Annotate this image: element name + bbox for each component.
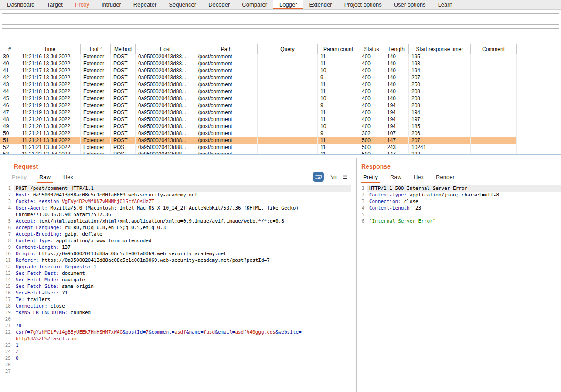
cell-path: /post/comment bbox=[195, 130, 258, 137]
column-header-start-response-timer[interactable]: Start response timer bbox=[409, 44, 471, 54]
column-header-time[interactable]: Time bbox=[19, 44, 81, 54]
request-tab-pretty[interactable]: Pretty bbox=[10, 174, 29, 183]
line-content: Connection: close bbox=[14, 303, 351, 309]
token: Connection: bbox=[16, 303, 48, 309]
cell-query bbox=[258, 130, 318, 137]
menu-item-proxy[interactable]: Proxy bbox=[69, 0, 95, 9]
menu-item-extender[interactable]: Extender bbox=[303, 0, 338, 9]
request-editor-lines: 1POST /post/comment HTTP/1.12Host: 0a950… bbox=[0, 185, 351, 375]
table-row-50[interactable]: 5011:21:21 13 Jul 2022ExtenderPOST0a9500… bbox=[0, 130, 517, 137]
cell-host: 0a9500020413d88... bbox=[136, 137, 195, 144]
table-row-44[interactable]: 4411:21:18 13 Jul 2022ExtenderPOST0a9500… bbox=[0, 88, 517, 95]
token: Z bbox=[16, 349, 19, 355]
request-title: Request bbox=[14, 163, 356, 170]
cell-comment bbox=[471, 74, 517, 81]
request-editor-toolbar: \n ≡ bbox=[313, 172, 347, 182]
line-number: 4 bbox=[357, 205, 367, 211]
menu-item-learn[interactable]: Learn bbox=[432, 0, 459, 9]
response-editor[interactable]: 1HTTP/1.1 500 Internal Server Error2Cont… bbox=[357, 184, 561, 390]
newline-icon[interactable]: \n bbox=[330, 174, 337, 180]
column-header-query[interactable]: Query bbox=[258, 44, 318, 54]
menu-item-comparer[interactable]: Comparer bbox=[236, 0, 273, 9]
table-row-52[interactable]: 5211:21:21 13 Jul 2022ExtenderPOST0a9500… bbox=[0, 144, 517, 151]
token: 7gYzhMCiFvi4gBEyUEEk7HmHSHM7xWAO bbox=[30, 329, 122, 335]
line-number: 12 bbox=[0, 264, 14, 270]
line-number: 1 bbox=[0, 185, 14, 192]
table-row-48[interactable]: 4811:21:20 13 Jul 2022ExtenderPOST0a9500… bbox=[0, 116, 517, 123]
response-tab-render[interactable]: Render bbox=[434, 174, 457, 183]
menu-item-target[interactable]: Target bbox=[41, 0, 69, 9]
column-header-method[interactable]: Method bbox=[111, 44, 136, 54]
cell-path: /post/comment bbox=[195, 123, 258, 130]
response-tab-hex[interactable]: Hex bbox=[411, 174, 426, 183]
table-row-43[interactable]: 4311:21:18 13 Jul 2022ExtenderPOST0a9500… bbox=[0, 81, 517, 88]
menu-item-decoder[interactable]: Decoder bbox=[202, 0, 236, 9]
token: Content-Length: bbox=[16, 244, 59, 250]
editor-menu-icon[interactable]: ≡ bbox=[343, 173, 347, 181]
capture-filter-bar[interactable]: Capture filter: Logger memory limit set … bbox=[2, 13, 559, 25]
view-filter-bar[interactable]: View filter: Showing all items bbox=[2, 28, 559, 40]
cell-query bbox=[258, 74, 318, 81]
menu-item-user-options[interactable]: User options bbox=[388, 0, 432, 9]
response-tab-pretty[interactable]: Pretty bbox=[361, 174, 380, 183]
cell-blank: 41 bbox=[0, 67, 19, 74]
column-header-tool[interactable]: Tool^ bbox=[81, 44, 111, 54]
column-label: Host bbox=[160, 46, 171, 52]
menu-item-repeater[interactable]: Repeater bbox=[127, 0, 163, 9]
token: Origin: bbox=[16, 251, 36, 257]
cell-start-response-timer: 197 bbox=[409, 116, 471, 123]
table-row-39[interactable]: 3911:21:16 13 Jul 2022ExtenderPOST0a9500… bbox=[0, 54, 517, 60]
request-tab-raw[interactable]: Raw bbox=[37, 174, 53, 183]
column-header-status[interactable]: Status bbox=[359, 44, 384, 54]
cell-blank: 52 bbox=[0, 144, 19, 151]
request-line-19: 19tRANSFER-ENCODING: chunked bbox=[0, 309, 351, 316]
menu-item-sequencer[interactable]: Sequencer bbox=[163, 0, 202, 9]
column-header-blank[interactable]: # bbox=[0, 44, 19, 54]
column-header-comment[interactable]: Comment bbox=[471, 44, 517, 54]
table-row-47[interactable]: 4711:21:19 13 Jul 2022ExtenderPOST0a9500… bbox=[0, 109, 517, 116]
cell-length: 194 bbox=[384, 109, 409, 116]
response-tab-raw[interactable]: Raw bbox=[388, 174, 404, 183]
column-header-path[interactable]: Path bbox=[195, 44, 258, 54]
column-header-param-count[interactable]: Param count bbox=[318, 44, 359, 54]
cell-time: 11:21:18 13 Jul 2022 bbox=[19, 88, 81, 95]
table-row-53[interactable]: 5311:21:22 13 Jul 2022ExtenderPOST0a9500… bbox=[0, 151, 517, 154]
column-header-host[interactable]: Host bbox=[136, 44, 195, 54]
cell-length: 140 bbox=[384, 67, 409, 74]
column-label: Method bbox=[114, 46, 132, 52]
menu-item-dashboard[interactable]: Dashboard bbox=[1, 0, 41, 9]
table-body[interactable]: 3911:21:16 13 Jul 2022ExtenderPOST0a9500… bbox=[0, 54, 561, 154]
column-header-filler bbox=[517, 44, 561, 54]
line-number: 11 bbox=[0, 257, 14, 264]
menu-item-intruder[interactable]: Intruder bbox=[95, 0, 127, 9]
cell-comment bbox=[471, 81, 517, 88]
table-row-40[interactable]: 4011:21:16 13 Jul 2022ExtenderPOST0a9500… bbox=[0, 60, 517, 67]
line-content bbox=[14, 316, 351, 322]
request-editor[interactable]: 1POST /post/comment HTTP/1.12Host: 0a950… bbox=[0, 184, 351, 390]
token: Sec-Fetch-Site: bbox=[16, 284, 59, 289]
table-row-46[interactable]: 4611:21:19 13 Jul 2022ExtenderPOST0a9500… bbox=[0, 102, 517, 109]
table-row-51[interactable]: 5111:21:21 13 Jul 2022ExtenderPOST0a9500… bbox=[0, 137, 517, 144]
menu-item-project-options[interactable]: Project options bbox=[338, 0, 388, 9]
word-wrap-icon[interactable] bbox=[313, 172, 324, 182]
token: Host: bbox=[16, 192, 30, 198]
table-row-49[interactable]: 4911:21:20 13 Jul 2022ExtenderPOST0a9500… bbox=[0, 123, 517, 130]
token: Content-Type: bbox=[16, 238, 53, 243]
menu-item-logger[interactable]: Logger bbox=[273, 0, 303, 9]
cell-length: 194 bbox=[384, 123, 409, 130]
cell-time: 11:21:20 13 Jul 2022 bbox=[19, 116, 81, 123]
cell-host: 0a9500020413d88... bbox=[136, 95, 195, 102]
table-row-41[interactable]: 4111:21:17 13 Jul 2022ExtenderPOST0a9500… bbox=[0, 67, 517, 74]
cell-tool: Extender bbox=[81, 137, 111, 144]
cell-query bbox=[258, 60, 318, 67]
cell-tool: Extender bbox=[81, 102, 111, 109]
line-content: Z bbox=[14, 348, 351, 355]
cell-blank: 45 bbox=[0, 95, 19, 102]
table-row-42[interactable]: 4211:21:17 13 Jul 2022ExtenderPOST0a9500… bbox=[0, 74, 517, 81]
line-number: 9 bbox=[0, 244, 14, 250]
cell-time: 11:21:19 13 Jul 2022 bbox=[19, 109, 81, 116]
column-header-length[interactable]: Length bbox=[384, 44, 409, 54]
line-content bbox=[14, 362, 351, 368]
table-row-45[interactable]: 4511:21:19 13 Jul 2022ExtenderPOST0a9500… bbox=[0, 95, 517, 102]
request-tab-hex[interactable]: Hex bbox=[61, 174, 75, 183]
